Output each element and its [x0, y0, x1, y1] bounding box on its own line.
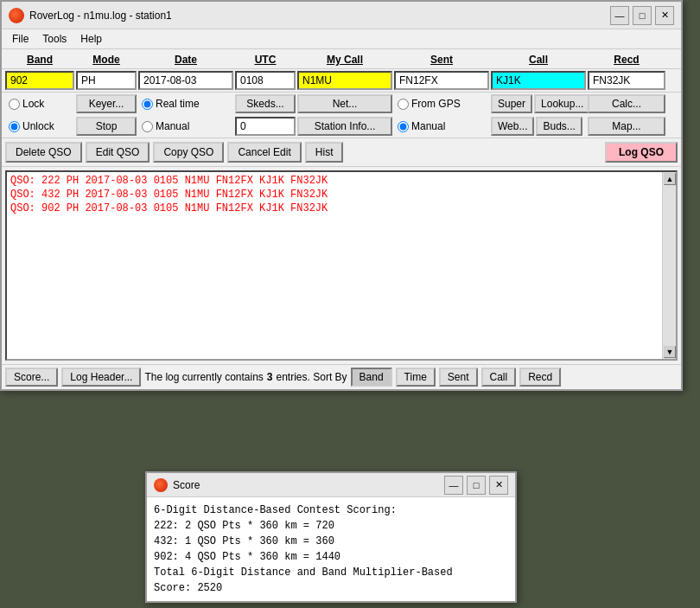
- lock-label[interactable]: Lock: [9, 98, 44, 110]
- main-window: RoverLog - n1mu.log - station1 — □ ✕ Fil…: [0, 0, 683, 391]
- realtime-radio[interactable]: [142, 99, 153, 110]
- close-button[interactable]: ✕: [655, 6, 674, 25]
- utc-header: UTC: [235, 52, 296, 67]
- minimize-button[interactable]: —: [610, 6, 629, 25]
- web-button[interactable]: Web...: [491, 117, 534, 136]
- band-header: Band: [5, 52, 74, 67]
- manual2-radio[interactable]: [398, 121, 409, 132]
- mode-input[interactable]: [76, 71, 137, 90]
- title-bar: RoverLog - n1mu.log - station1 — □ ✕: [2, 2, 681, 29]
- menu-help[interactable]: Help: [73, 31, 109, 47]
- band-input[interactable]: [5, 71, 74, 90]
- input-row: [2, 69, 681, 93]
- qso-item: QSO: 222 PH 2017-08-03 0105 N1MU FN12FX …: [7, 174, 662, 188]
- manual-value-input[interactable]: [235, 117, 296, 136]
- mycall-header: My Call: [297, 52, 392, 67]
- fromgps-radio-container: From GPS: [394, 96, 489, 112]
- scroll-up-icon[interactable]: ▲: [664, 173, 676, 185]
- score-button[interactable]: Score...: [5, 368, 58, 387]
- score-content: 6-Digit Distance-Based Contest Scoring: …: [147, 497, 515, 601]
- recd-header: Recd: [588, 52, 665, 67]
- cancel-edit-button[interactable]: Cancel Edit: [227, 142, 301, 163]
- qso-list-scrollbar[interactable]: ▲ ▼: [662, 172, 676, 359]
- mode-header: Mode: [76, 52, 137, 67]
- menu-tools[interactable]: Tools: [35, 31, 73, 47]
- column-headers: Band Mode Date UTC My Call Sent Call Rec…: [2, 49, 681, 69]
- skeds-button[interactable]: Skeds...: [235, 94, 296, 113]
- score-title-left: Score: [154, 478, 200, 492]
- log-header-button[interactable]: Log Header...: [61, 368, 141, 387]
- sort-recd-button[interactable]: Recd: [519, 368, 561, 387]
- entries-text: entries. Sort By: [277, 371, 347, 383]
- keyer-button[interactable]: Keyer...: [76, 94, 137, 113]
- controls-row2: Unlock Stop Manual Station Info... Manua…: [2, 115, 681, 138]
- calc-button[interactable]: Calc...: [588, 94, 665, 113]
- unlock-label[interactable]: Unlock: [9, 120, 54, 132]
- map-button[interactable]: Map...: [588, 117, 665, 136]
- mycall-input[interactable]: [297, 71, 392, 90]
- manual-radio-container: Manual: [138, 118, 233, 134]
- sort-sent-button[interactable]: Sent: [439, 368, 478, 387]
- station-info-button[interactable]: Station Info...: [297, 117, 392, 136]
- buds-button[interactable]: Buds...: [536, 117, 582, 136]
- call-header: Call: [491, 52, 586, 67]
- super-button[interactable]: Super: [491, 94, 532, 113]
- manual-radio[interactable]: [142, 121, 153, 132]
- lookup-button[interactable]: Lookup...: [534, 94, 590, 113]
- controls-row1: Lock Keyer... Real time Skeds... Net... …: [2, 93, 681, 115]
- fromgps-radio[interactable]: [398, 99, 409, 110]
- log-contains-text: The log currently contains: [144, 371, 263, 383]
- net-button[interactable]: Net...: [297, 94, 392, 113]
- copy-qso-button[interactable]: Copy QSO: [153, 142, 224, 163]
- delete-qso-button[interactable]: Delete QSO: [5, 142, 82, 163]
- recd-input[interactable]: [588, 71, 665, 90]
- score-window: Score — □ ✕ 6-Digit Distance-Based Conte…: [145, 471, 517, 603]
- date-input[interactable]: [138, 71, 233, 90]
- manual2-label[interactable]: Manual: [398, 120, 445, 132]
- manual2-radio-container: Manual: [394, 118, 489, 134]
- log-qso-button[interactable]: Log QSO: [605, 142, 678, 163]
- score-window-title: Score: [173, 479, 200, 491]
- title-bar-left: RoverLog - n1mu.log - station1: [9, 8, 172, 23]
- action-bar: Delete QSO Edit QSO Copy QSO Cancel Edit…: [2, 138, 681, 167]
- menu-bar: File Tools Help: [2, 29, 681, 49]
- window-title: RoverLog - n1mu.log - station1: [29, 10, 172, 22]
- utc-input[interactable]: [235, 71, 296, 90]
- maximize-button[interactable]: □: [633, 6, 652, 25]
- score-minimize-button[interactable]: —: [444, 476, 463, 495]
- sort-band-button[interactable]: Band: [351, 368, 392, 387]
- score-line-5: Score: 2520: [154, 580, 508, 596]
- score-line-1: 222: 2 QSO Pts * 360 km = 720: [154, 518, 508, 534]
- call-input[interactable]: [491, 71, 586, 90]
- scroll-down-icon[interactable]: ▼: [664, 346, 676, 358]
- hist-button[interactable]: Hist: [305, 142, 344, 163]
- app-icon: [9, 8, 24, 23]
- score-app-icon: [154, 478, 168, 492]
- score-line-3: 902: 4 QSO Pts * 360 km = 1440: [154, 549, 508, 565]
- qso-list-container: QSO: 222 PH 2017-08-03 0105 N1MU FN12FX …: [5, 170, 678, 361]
- qso-item: QSO: 902 PH 2017-08-03 0105 N1MU FN12FX …: [7, 202, 662, 215]
- scroll-track: [663, 186, 676, 345]
- score-close-button[interactable]: ✕: [489, 476, 508, 495]
- score-line-0: 6-Digit Distance-Based Contest Scoring:: [154, 502, 508, 518]
- stop-button[interactable]: Stop: [76, 117, 137, 136]
- sort-call-button[interactable]: Call: [481, 368, 517, 387]
- manual-label[interactable]: Manual: [142, 120, 189, 132]
- menu-file[interactable]: File: [5, 31, 35, 47]
- unlock-radio-container: Unlock: [5, 118, 74, 134]
- title-bar-controls: — □ ✕: [610, 6, 674, 25]
- date-header: Date: [138, 52, 233, 67]
- score-maximize-button[interactable]: □: [467, 476, 486, 495]
- qso-item: QSO: 432 PH 2017-08-03 0105 N1MU FN12FX …: [7, 188, 662, 202]
- lock-radio-container: Lock: [5, 96, 74, 112]
- sent-input[interactable]: [394, 71, 489, 90]
- sort-time-button[interactable]: Time: [396, 368, 436, 387]
- realtime-radio-container: Real time: [138, 96, 233, 112]
- fromgps-label[interactable]: From GPS: [398, 98, 461, 110]
- unlock-radio[interactable]: [9, 121, 20, 132]
- lock-radio[interactable]: [9, 99, 20, 110]
- realtime-label[interactable]: Real time: [142, 98, 200, 110]
- edit-qso-button[interactable]: Edit QSO: [86, 142, 150, 163]
- entries-count: 3: [267, 371, 273, 383]
- status-bar: Score... Log Header... The log currently…: [2, 364, 681, 389]
